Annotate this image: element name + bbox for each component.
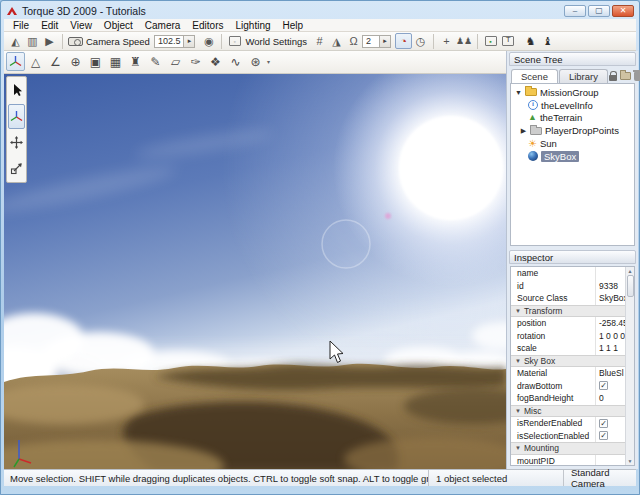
camera-speed-dropdown[interactable]: ▸	[184, 35, 195, 48]
tree-item-playerdroppoints[interactable]: ▶ PlayerDropPoints	[511, 124, 634, 137]
scroll-up-icon[interactable]: ▲	[628, 267, 633, 275]
expand-closed-icon[interactable]: ▶	[520, 127, 527, 135]
camera-speed-value[interactable]: 102.5	[154, 35, 185, 48]
scene-tree-tabs: Scene Library	[507, 66, 638, 83]
expand-open-icon[interactable]: ▼	[515, 89, 522, 96]
lens-flare-dot	[385, 213, 391, 219]
inspector-row-fogbandheight[interactable]: fogBandHeight 0	[511, 392, 625, 405]
decal-editor-tool[interactable]: ▣	[86, 52, 105, 71]
cross-arrows-icon	[10, 136, 23, 149]
select-tool-button[interactable]	[8, 78, 25, 103]
tab-scene[interactable]: Scene	[511, 69, 558, 83]
close-button[interactable]: ✕	[612, 5, 634, 17]
scale-tool-button[interactable]	[8, 156, 25, 181]
move-tool-button[interactable]	[8, 104, 25, 129]
drop-camera-icon[interactable]: ♝	[539, 33, 556, 49]
isrenderenabled-checkbox[interactable]: ✓	[599, 419, 608, 428]
text-tool-icon[interactable]: T	[499, 33, 516, 49]
scene-tree: ▼ MissionGroup i theLevelInfo ▲ theTerra…	[510, 83, 635, 246]
snap-size-value[interactable]: 2	[362, 35, 380, 48]
section-collapse-icon[interactable]: ▼	[515, 358, 521, 364]
shape-editor-tool[interactable]: ▱	[166, 52, 185, 71]
isselectionenabled-checkbox[interactable]: ✓	[599, 431, 608, 440]
object-placement-tool[interactable]: ♜	[126, 52, 145, 71]
maximize-button[interactable]: ▢	[588, 5, 610, 17]
section-misc[interactable]: ▼ Misc	[511, 405, 625, 418]
menu-edit[interactable]: Edit	[35, 20, 64, 31]
grid-snap-icon[interactable]: #	[311, 33, 328, 49]
material-editor-tool[interactable]: ⊕	[66, 52, 85, 71]
section-sky-box[interactable]: ▼ Sky Box	[511, 355, 625, 368]
terrain-icon: ▲	[528, 113, 537, 122]
section-mounting[interactable]: ▼ Mounting	[511, 442, 625, 455]
new-group-folder-icon[interactable]	[620, 72, 631, 80]
forest-editor-tool[interactable]: ⊛	[246, 52, 265, 71]
snap-size-dropdown[interactable]: ▸	[380, 35, 391, 48]
viewport-scene	[4, 74, 506, 469]
visibility-eye-icon[interactable]: ◉	[200, 33, 217, 49]
world-editor-tool[interactable]	[6, 52, 25, 71]
menu-file[interactable]: File	[7, 20, 35, 31]
add-icon[interactable]: +	[438, 33, 455, 49]
tree-item-sun[interactable]: ☀ Sun	[511, 137, 634, 150]
clock-icon[interactable]: ◷	[412, 33, 429, 49]
inspector-scrollbar[interactable]: ▲ ▼	[625, 267, 634, 465]
inspector-row-name[interactable]: name	[511, 267, 625, 280]
bounds-marker-icon[interactable]: ▪	[482, 33, 499, 49]
toolbar-overflow-arrow[interactable]: ▾	[267, 58, 270, 65]
minimize-button[interactable]: –	[564, 5, 586, 17]
inspector-row-position[interactable]: position -258.451 49	[511, 317, 625, 330]
inspector-row-mountpid[interactable]: mountPID	[511, 455, 625, 467]
viewport-3d[interactable]	[4, 74, 506, 469]
section-collapse-icon[interactable]: ▼	[515, 445, 521, 451]
inspector-header: Inspector	[509, 250, 636, 264]
terrain-slope-tool[interactable]: ∠	[46, 52, 65, 71]
sketch-tool[interactable]: ✎	[146, 52, 165, 71]
title-bar[interactable]: Torque 3D 2009 - Tutorials – ▢ ✕	[1, 1, 639, 19]
inspector-row-drawbottom[interactable]: drawBottom ✓	[511, 380, 625, 393]
particle-editor-tool[interactable]: ❖	[206, 52, 225, 71]
move-gizmo-icon	[10, 110, 23, 123]
layout-icon[interactable]: ▥	[24, 33, 41, 49]
fit-view-icon[interactable]: ◦	[226, 33, 243, 49]
section-collapse-icon[interactable]: ▼	[515, 408, 521, 414]
camera-icon[interactable]	[67, 33, 84, 49]
tree-item-skybox[interactable]: SkyBox	[511, 150, 634, 163]
players-icon[interactable]: ♟♟	[455, 33, 473, 49]
lock-icon[interactable]	[609, 75, 617, 81]
section-transform[interactable]: ▼ Transform	[511, 305, 625, 318]
rotate-tool-button[interactable]	[8, 130, 25, 155]
drop-player-icon[interactable]: ♞	[522, 33, 539, 49]
menu-camera[interactable]: Camera	[139, 20, 187, 31]
terrain-snap-icon[interactable]: ◮	[328, 33, 345, 49]
folder-icon	[530, 127, 542, 135]
magnet-snap-icon[interactable]: Ω	[345, 33, 362, 49]
river-editor-tool[interactable]: ∿	[226, 52, 245, 71]
scroll-down-icon[interactable]: ▼	[628, 457, 633, 465]
lighting-preview-icon[interactable]: ◭	[7, 33, 24, 49]
menu-lighting[interactable]: Lighting	[229, 20, 276, 31]
scroll-thumb[interactable]	[627, 275, 634, 297]
play-game-button[interactable]: ▶	[41, 33, 58, 49]
tree-item-theterrain[interactable]: ▲ theTerrain	[511, 112, 634, 125]
inspector-row-material[interactable]: Material BlueSl◍	[511, 367, 625, 380]
menu-editors[interactable]: Editors	[186, 20, 229, 31]
tab-library[interactable]: Library	[559, 69, 608, 83]
drawbottom-checkbox[interactable]: ✓	[599, 381, 608, 390]
tree-item-thelevelinfo[interactable]: i theLevelInfo	[511, 99, 634, 112]
inspector-row-rotation[interactable]: rotation 1 0 0 0	[511, 330, 625, 343]
inspector-row-isselectionenabled[interactable]: isSelectionEnabled ✓	[511, 430, 625, 443]
app-window: Torque 3D 2009 - Tutorials – ▢ ✕ File Ed…	[0, 0, 640, 495]
terrain-painter-tool[interactable]: ▦	[106, 52, 125, 71]
inspector-row-isrenderenabled[interactable]: isRenderEnabled ✓	[511, 417, 625, 430]
menu-object[interactable]: Object	[98, 20, 139, 31]
menu-view[interactable]: View	[64, 20, 98, 31]
section-collapse-icon[interactable]: ▼	[515, 308, 521, 314]
tree-item-missiongroup[interactable]: ▼ MissionGroup	[511, 86, 634, 99]
delete-trash-icon[interactable]	[634, 72, 640, 81]
inspector-row-scale[interactable]: scale 1 1 1	[511, 342, 625, 355]
datablock-editor-tool[interactable]: ✑	[186, 52, 205, 71]
menu-help[interactable]: Help	[277, 20, 310, 31]
compass-icon[interactable]: ◔	[395, 33, 412, 49]
terrain-editor-tool[interactable]: △	[26, 52, 45, 71]
